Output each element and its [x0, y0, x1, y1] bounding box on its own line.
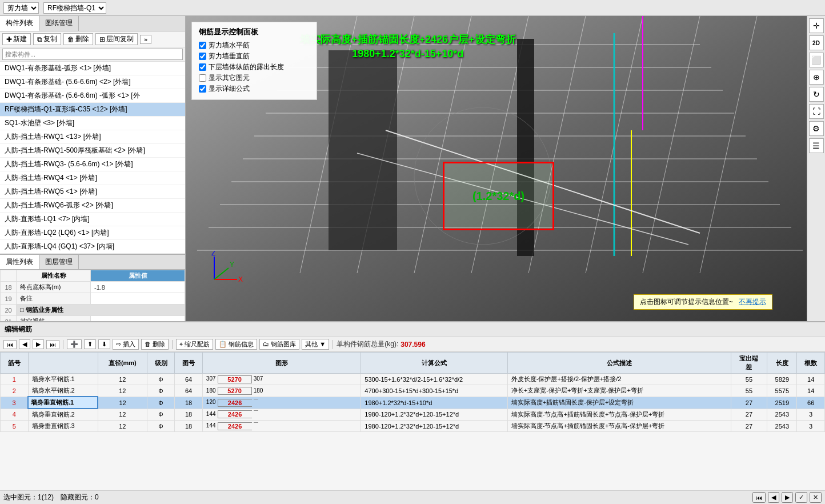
comp-list-item[interactable]: 人防-直形墙-LQ2 (LQ6) <1> [内墙]	[0, 226, 185, 240]
main-layout: 构件列表 图纸管理 ✚ 新建 ⧉ 复制 🗑 删除 ⊞ 层间复制	[0, 16, 825, 321]
rebar-formula: 4700+300-15+15*d+300-15+15*d	[361, 385, 508, 397]
sep3	[333, 340, 333, 349]
settings-icon[interactable]: ⚙	[809, 121, 824, 136]
footer-buttons: ⏮ ◀ ▶ ✓ ✕	[752, 492, 822, 503]
comp-list-item[interactable]: 人防-挡土墙-RWQ6-弧形 <2> [外墙]	[0, 199, 185, 213]
copy-button[interactable]: ⧉ 复制	[33, 33, 61, 45]
checkbox[interactable]	[199, 53, 206, 60]
prop-val: -1.8	[91, 282, 185, 293]
cursor-icon[interactable]: ✛	[809, 18, 824, 33]
2d-icon[interactable]: 2D	[809, 35, 824, 50]
comp-list-item[interactable]: 人防-挡土墙-RWQ1-500厚筏板基础 <2> [外墙]	[0, 144, 185, 158]
tab-drawing-mgmt[interactable]: 图纸管理	[39, 16, 79, 31]
rebar-shape: 144 2426	[202, 421, 361, 432]
footer-btn2[interactable]: ◀	[768, 492, 779, 503]
checkbox-row[interactable]: 剪力墙水平筋	[199, 41, 310, 50]
rebar-name: 墙身垂直钢筋.3	[28, 421, 98, 432]
list-icon[interactable]: ☰	[809, 138, 824, 153]
comp-list-item[interactable]: DWQ1-有条形基础-弧形 <1> [外墙]	[0, 62, 185, 75]
checkbox-row[interactable]: 显示详细公式	[199, 84, 310, 94]
checkbox-row[interactable]: 下层墙体纵筋的露出长度	[199, 62, 310, 72]
rebar-formula: 5300-15+1.6*32*d/2-15+1.6*32*d/2	[361, 374, 508, 385]
prop-num: 21	[1, 316, 17, 322]
rebar-num: 3	[1, 397, 29, 409]
total-weight-value: 307.596	[401, 341, 425, 349]
first-button[interactable]: ⏮	[3, 340, 17, 349]
checkbox-row[interactable]: 显示其它图元	[199, 73, 310, 83]
prop-name: 备注	[17, 293, 91, 305]
floor-copy-button[interactable]: ⊞ 层间复制	[95, 33, 138, 45]
new-button[interactable]: ✚ 新建	[2, 33, 31, 45]
prop-tabs: 属性列表 图层管理	[0, 255, 185, 270]
box-icon[interactable]: ⬜	[809, 53, 824, 67]
hidden-count: 隐藏图元：0	[61, 493, 99, 502]
comp-list-item[interactable]: 人防-挡土墙-RWQ4 <1> [外墙]	[0, 171, 185, 185]
comp-list-item[interactable]: SQ1-水池壁 <3> [外墙]	[0, 117, 185, 130]
prop-num: 20	[1, 305, 17, 316]
tab-component-list[interactable]: 构件列表	[0, 16, 39, 31]
th-name	[28, 353, 98, 374]
comp-list-item[interactable]: 人防-挡土墙-RWQ1 <13> [外墙]	[0, 130, 185, 144]
rebar-row[interactable]: 5 墙身垂直钢筋.3 12 Ф 18 144 2426 1980-120+1.2…	[1, 421, 825, 432]
rotate-icon[interactable]: ↻	[809, 87, 824, 102]
zoom-icon[interactable]: ⊕	[809, 70, 824, 85]
rebar-extra: 27	[731, 421, 767, 432]
insert-button[interactable]: ⇨ 插入	[113, 339, 139, 350]
checkbox[interactable]	[199, 85, 206, 93]
comp-list-item[interactable]: 人防-挡土墙-RWQ5 <1> [外墙]	[0, 185, 185, 199]
rebar-count: 3	[797, 421, 825, 432]
add-button[interactable]: ➕	[67, 339, 82, 349]
rebar-info-button[interactable]: 📋 钢筋信息	[215, 339, 257, 350]
comp-list-item[interactable]: DWQ1-有条形基础- (5.6-6.6m) <2> [外墙]	[0, 75, 185, 89]
footer-btn1[interactable]: ⏮	[752, 492, 766, 503]
rebar-lib-button[interactable]: 🗂 钢筋图库	[259, 339, 299, 350]
property-section: 属性列表 图层管理 属性名称 属性值 18终点底标高(m)-1.819备注20□…	[0, 255, 185, 321]
fullscreen-icon[interactable]: ⛶	[809, 104, 824, 119]
comp-list-item[interactable]: RF楼梯挡墙-Q1-直形墙-C35 <12> [外墙]	[0, 103, 185, 117]
comp-list-item[interactable]: DWQ1-有条形基础- (5.6-6.6m) -弧形 <1> [外	[0, 89, 185, 103]
delete-rebar-button[interactable]: 🗑 删除	[141, 339, 169, 350]
prop-col-val: 属性值	[91, 270, 185, 282]
left-panel: 构件列表 图纸管理 ✚ 新建 ⧉ 复制 🗑 删除 ⊞ 层间复制	[0, 16, 186, 321]
comp-list-item[interactable]: 人防-挡土墙-RWQ3- (5.6-6.6m) <1> [外墙]	[0, 158, 185, 171]
checkbox-row[interactable]: 剪力墙垂直筋	[199, 51, 310, 61]
checkbox-label: 显示详细公式	[209, 84, 250, 94]
prop-group: □ 钢筋业务属性	[17, 305, 185, 316]
component-dropdown[interactable]: RF楼梯挡墙-Q1	[43, 2, 106, 14]
tab-layer-mgmt[interactable]: 图层管理	[39, 255, 79, 269]
rebar-row[interactable]: 2 墙身水平钢筋.2 12 Ф 64 180 5270 180 4700+300…	[1, 385, 825, 397]
wall-type-dropdown[interactable]: 剪力墙	[3, 2, 39, 14]
footer-btn5[interactable]: ✕	[810, 492, 822, 503]
up-button[interactable]: ⬆	[84, 339, 96, 349]
checkbox[interactable]	[199, 74, 206, 82]
rebar-num: 4	[1, 409, 29, 421]
scale-button[interactable]: ⌖ 缩尺配筋	[176, 339, 213, 350]
other-button[interactable]: 其他 ▼	[302, 339, 329, 350]
rebar-row[interactable]: 4 墙身垂直钢筋.2 12 Ф 18 144 2426 1980-120+1.2…	[1, 409, 825, 421]
rebar-table-area: 筋号 直径(mm) 级别 图号 图形 计算公式 公式描述 宝出端差 长度 根数 …	[0, 352, 825, 490]
tab-property-list[interactable]: 属性列表	[0, 255, 39, 269]
th-fignum: 图号	[175, 353, 203, 374]
more-button[interactable]: »	[140, 35, 151, 44]
delete-button[interactable]: 🗑 删除	[63, 33, 93, 45]
last-button[interactable]: ⏭	[46, 340, 59, 349]
rebar-row[interactable]: 1 墙身水平钢筋.1 12 Ф 64 307 5270 307 5300-15+…	[1, 374, 825, 385]
rebar-name: 墙身水平钢筋.2	[28, 385, 98, 397]
next-button[interactable]: ▶	[33, 339, 44, 349]
tooltip-text: 点击图标可调节提示信息位置~	[640, 297, 733, 307]
search-input[interactable]	[2, 49, 183, 60]
footer-btn3[interactable]: ▶	[782, 492, 793, 503]
checkbox[interactable]	[199, 42, 206, 49]
footer-btn4[interactable]: ✓	[795, 492, 807, 503]
prev-button[interactable]: ◀	[19, 339, 30, 349]
rebar-row[interactable]: 3 墙身垂直钢筋.1 12 Ф 18 120 2426 1980+1.2*32*…	[1, 397, 825, 409]
comp-list-item[interactable]: 人防-直形墙-LQ4 (GQ1) <37> [内墙]	[0, 240, 185, 254]
prop-val[interactable]	[91, 316, 185, 322]
down-button[interactable]: ⬇	[98, 339, 110, 349]
rebar-extra: 27	[731, 409, 767, 421]
top-bar: 剪力墙 RF楼梯挡墙-Q1	[0, 0, 825, 16]
checkbox[interactable]	[199, 63, 206, 71]
rebar-length: 2519	[767, 397, 797, 409]
no-remind-button[interactable]: 不再提示	[739, 297, 766, 307]
comp-list-item[interactable]: 人防-直形墙-LQ1 <7> [内墙]	[0, 213, 185, 226]
